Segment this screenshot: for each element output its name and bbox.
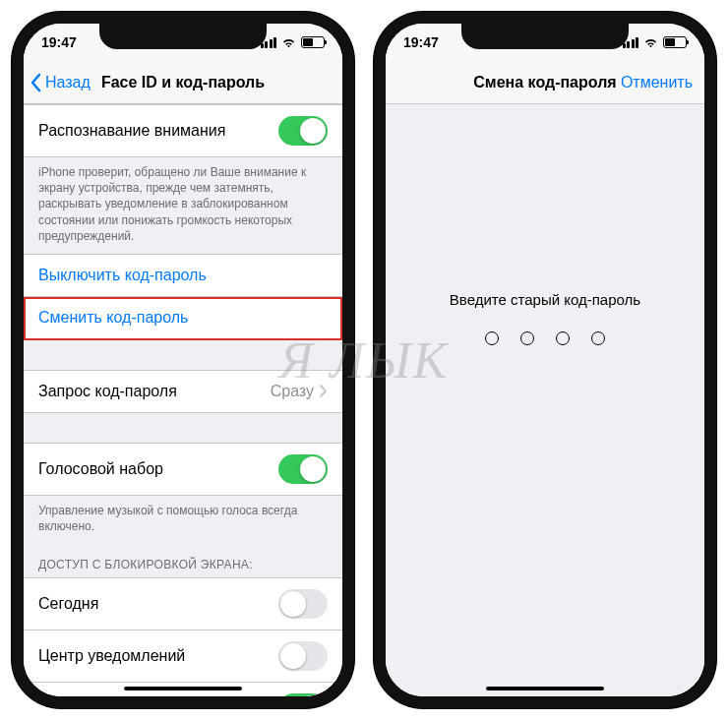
require-label: Запрос код-пароля bbox=[38, 383, 177, 400]
passcode-dots[interactable] bbox=[485, 331, 605, 345]
attention-label: Распознавание внимания bbox=[38, 122, 225, 140]
change-passcode[interactable]: Сменить код-пароль bbox=[24, 297, 342, 340]
voice-dial-row[interactable]: Голосовой набор bbox=[24, 443, 342, 496]
phone-left: 19:47 Назад Face ID и код-пароль Распозн… bbox=[12, 12, 354, 708]
home-indicator[interactable] bbox=[486, 687, 604, 690]
chevron-right-icon bbox=[320, 385, 328, 397]
turn-off-label: Выключить код-пароль bbox=[38, 267, 207, 284]
nav-bar: Смена код-пароля Отменить bbox=[386, 61, 704, 104]
voice-dial-label: Голосовой набор bbox=[38, 460, 163, 478]
battery-icon bbox=[663, 36, 687, 48]
lock-access-toggle[interactable] bbox=[278, 641, 328, 671]
lock-access-toggle[interactable] bbox=[278, 693, 328, 696]
passcode-dot bbox=[520, 331, 534, 345]
cancel-button[interactable]: Отменить bbox=[621, 74, 693, 91]
passcode-entry: Введите старый код-пароль bbox=[386, 104, 704, 696]
wifi-icon bbox=[643, 36, 658, 48]
lock-access-row[interactable]: Центр уведомлений bbox=[24, 630, 342, 683]
back-button[interactable]: Назад bbox=[30, 73, 91, 92]
voice-dial-toggle[interactable] bbox=[278, 454, 328, 484]
back-label: Назад bbox=[45, 74, 91, 91]
lock-access-label: Сегодня bbox=[38, 595, 98, 613]
battery-icon bbox=[301, 36, 325, 48]
settings-list[interactable]: Распознавание внимания iPhone проверит, … bbox=[24, 104, 342, 696]
require-value: Сразу bbox=[271, 383, 314, 400]
voice-dial-footer: Управление музыкой с помощью голоса всег… bbox=[24, 496, 342, 544]
passcode-dot bbox=[556, 331, 570, 345]
change-label: Сменить код-пароль bbox=[38, 309, 188, 327]
wifi-icon bbox=[281, 36, 296, 48]
nav-bar: Назад Face ID и код-пароль bbox=[24, 61, 342, 104]
attention-toggle[interactable] bbox=[278, 116, 328, 146]
phone-right: 19:47 Смена код-пароля Отменить Введите … bbox=[374, 12, 716, 708]
require-passcode-row[interactable]: Запрос код-пароля Сразу bbox=[24, 370, 342, 413]
notch bbox=[99, 22, 267, 49]
lock-access-toggle[interactable] bbox=[278, 589, 328, 619]
chevron-left-icon bbox=[30, 73, 41, 92]
lock-access-label: Центр уведомлений bbox=[38, 647, 185, 665]
lock-access-row[interactable]: Сегодня bbox=[24, 577, 342, 630]
passcode-dot bbox=[485, 331, 499, 345]
status-time: 19:47 bbox=[403, 34, 439, 50]
attention-row[interactable]: Распознавание внимания bbox=[24, 104, 342, 157]
lock-access-header: ДОСТУП С БЛОКИРОВКОЙ ЭКРАНА: bbox=[24, 544, 342, 577]
notch bbox=[461, 22, 629, 49]
turn-off-passcode[interactable]: Выключить код-пароль bbox=[24, 254, 342, 297]
attention-footer: iPhone проверит, обращено ли Ваше вниман… bbox=[24, 157, 342, 254]
passcode-prompt: Введите старый код-пароль bbox=[450, 291, 640, 308]
home-indicator[interactable] bbox=[124, 687, 242, 690]
passcode-dot bbox=[591, 331, 605, 345]
status-time: 19:47 bbox=[41, 34, 77, 50]
